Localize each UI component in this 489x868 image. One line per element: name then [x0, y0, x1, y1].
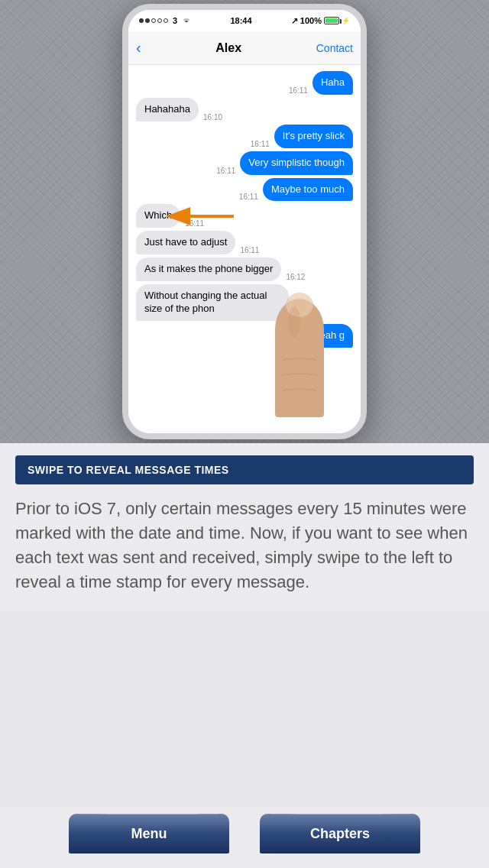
dot3	[151, 18, 156, 23]
dot5	[164, 18, 168, 23]
bubble-6: Which	[136, 204, 180, 228]
bubble-3: It's pretty slick	[274, 125, 353, 148]
nav-title: Alex	[215, 41, 241, 55]
message-row-5: 16:11 Maybe too much	[136, 178, 353, 202]
msg-time-2: 16:10	[203, 113, 222, 121]
screenshot-area: 3 18:44 ↗ 100% ⚡	[0, 0, 489, 443]
message-row-1: 16:11 Haha	[136, 71, 353, 95]
iphone-frame: 3 18:44 ↗ 100% ⚡	[122, 4, 367, 439]
message-row-6: Which 16:11	[136, 204, 353, 228]
messages-list: 16:11 Haha Hahahaha 16:10 16:11 It's pre…	[128, 65, 361, 433]
bubble-2: Hahahaha	[136, 98, 199, 121]
msg-time-1: 16:11	[289, 86, 308, 95]
nav-bar: ‹ Alex Contact	[128, 31, 361, 65]
message-row-3: 16:11 It's pretty slick	[136, 125, 353, 148]
dot2	[145, 18, 150, 23]
battery-percent: 100%	[300, 16, 322, 25]
message-row-2: Hahahaha 16:10	[136, 98, 353, 121]
feature-banner: SWIPE TO REVEAL MESSAGE TIMES	[15, 455, 474, 484]
battery-fill	[325, 18, 338, 23]
msg-time-4: 16:11	[216, 167, 235, 175]
status-bar: 3 18:44 ↗ 100% ⚡	[128, 10, 361, 31]
menu-label: Menu	[131, 826, 167, 842]
iphone-screen: 3 18:44 ↗ 100% ⚡	[128, 10, 361, 433]
status-left: 3	[139, 16, 191, 25]
msg-time-3: 16:11	[251, 140, 270, 148]
contact-button[interactable]: Contact	[316, 42, 353, 54]
msg-time-9: 16:12	[293, 313, 313, 321]
bubble-7: Just have to adjust	[136, 231, 235, 254]
message-row-8: As it makes the phone bigger 16:12	[136, 257, 353, 281]
chapters-label: Chapters	[310, 826, 370, 842]
bubble-4: Very simplistic though	[240, 151, 353, 175]
msg-time-7: 16:11	[240, 246, 259, 254]
description-text: Prior to iOS 7, only certain messages ev…	[0, 484, 489, 610]
signal-arrow: ↗	[291, 16, 298, 26]
msg-time-10: 16:14	[282, 339, 301, 348]
banner-text: SWIPE TO REVEAL MESSAGE TIMES	[28, 464, 229, 476]
bottom-nav: Menu Chapters	[0, 807, 489, 868]
content-area: SWIPE TO REVEAL MESSAGE TIMES Prior to i…	[0, 443, 489, 610]
bubble-5: Maybe too much	[263, 178, 353, 202]
bubble-9: Without changing the actual size of the …	[136, 284, 289, 321]
message-row-9: Without changing the actual size of the …	[136, 284, 353, 321]
wifi-icon	[182, 16, 191, 25]
lightning-icon: ⚡	[342, 17, 350, 24]
msg-time-6: 16:11	[185, 219, 204, 228]
status-right: ↗ 100% ⚡	[291, 16, 350, 26]
status-time: 18:44	[230, 16, 251, 25]
back-chevron: ‹	[136, 39, 141, 57]
battery-icon	[324, 17, 339, 24]
menu-button[interactable]: Menu	[69, 814, 229, 853]
dot1	[139, 18, 144, 23]
bubble-10: Yeah g	[306, 324, 353, 348]
msg-time-5: 16:11	[239, 193, 258, 201]
message-row-4: 16:11 Very simplistic though	[136, 151, 353, 175]
chapters-button[interactable]: Chapters	[260, 814, 420, 853]
bubble-8: As it makes the phone bigger	[136, 257, 281, 281]
message-row-10: 16:14 Yeah g	[136, 324, 353, 348]
dot4	[157, 18, 162, 23]
message-row-7: Just have to adjust 16:11	[136, 231, 353, 254]
signal-dots	[139, 18, 168, 23]
bubble-1: Haha	[313, 71, 353, 95]
back-button[interactable]: ‹	[136, 39, 141, 57]
carrier-text: 3	[173, 16, 177, 25]
msg-time-8: 16:12	[286, 273, 305, 281]
